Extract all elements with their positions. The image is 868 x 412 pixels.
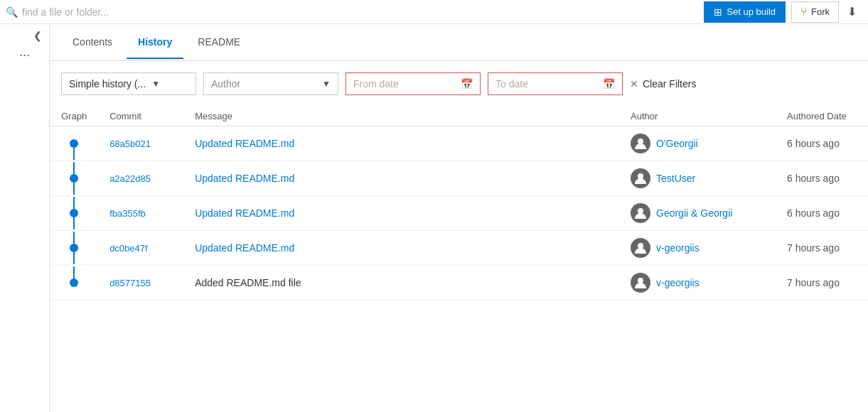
authored-date-cell: 7 hours ago: [776, 266, 868, 300]
graph-dot: [70, 174, 78, 183]
commit-message[interactable]: Updated README.md: [195, 242, 294, 254]
svg-point-4: [638, 278, 643, 283]
svg-point-0: [638, 139, 643, 144]
table-row: fba355fbUpdated README.mdGeorgii & Georg…: [50, 196, 868, 231]
table-row: dc0be47fUpdated README.mdv-georgiis7 hou…: [50, 231, 868, 266]
clear-filters-button[interactable]: ✕ Clear Filters: [630, 78, 696, 90]
tab-readme[interactable]: README: [186, 26, 252, 59]
clear-filters-label: Clear Filters: [643, 78, 696, 90]
commit-hash-link[interactable]: a2a22d85: [109, 173, 151, 184]
author-name[interactable]: v-georgiis: [656, 242, 700, 254]
sidebar: ❮ ···: [0, 24, 50, 412]
commit-message[interactable]: Updated README.md: [195, 173, 294, 184]
author-name[interactable]: Georgii & Georgii: [656, 207, 732, 219]
commit-message-cell: Updated README.md: [183, 126, 619, 161]
search-icon: 🔍: [6, 6, 18, 18]
top-bar: 🔍 find a file or folder... ⊞ Set up buil…: [0, 0, 868, 24]
clear-filters-x-icon: ✕: [630, 78, 638, 90]
download-icon: ⬇: [847, 6, 857, 18]
commit-hash-link[interactable]: dc0be47f: [109, 243, 148, 254]
setup-build-button[interactable]: ⊞ Set up build: [704, 1, 786, 23]
commit-message: Added README.md file: [195, 277, 301, 288]
author-chevron: ▼: [322, 79, 331, 89]
avatar: [631, 134, 650, 153]
author-cell: O'Georgii: [619, 126, 776, 161]
svg-point-1: [638, 173, 643, 179]
commit-hash-cell: fba355fb: [98, 196, 183, 231]
commit-message-cell: Updated README.md: [183, 161, 619, 196]
table-row: a2a22d85Updated README.mdTestUser6 hours…: [50, 161, 868, 196]
filters-row: Simple history (... ▼ Author ▼ From date…: [50, 61, 868, 107]
fork-label: Fork: [811, 6, 830, 17]
graph-cell: [50, 231, 98, 266]
tab-contents[interactable]: Contents: [61, 26, 124, 59]
setup-build-label: Set up build: [727, 6, 776, 17]
author-filter[interactable]: Author ▼: [203, 72, 338, 95]
commit-hash-cell: d8577155: [98, 266, 183, 300]
commit-hash-cell: a2a22d85: [98, 161, 183, 196]
avatar: [631, 273, 650, 293]
commit-hash-link[interactable]: fba355fb: [109, 208, 146, 219]
authored-date-cell: 6 hours ago: [776, 196, 868, 231]
to-date-calendar-icon: 📅: [603, 78, 615, 90]
history-type-chevron: ▼: [151, 79, 160, 89]
commit-message[interactable]: Updated README.md: [195, 207, 294, 219]
download-button[interactable]: ⬇: [845, 2, 859, 21]
table-header-row: Graph Commit Message Author Authored Dat…: [50, 107, 868, 126]
tab-history[interactable]: History: [127, 26, 183, 59]
commit-message-cell: Updated README.md: [183, 196, 619, 231]
svg-point-3: [638, 243, 643, 249]
author-cell: Georgii & Georgii: [619, 196, 776, 231]
commit-message-cell: Updated README.md: [183, 231, 619, 266]
sidebar-collapse-area: ❮: [0, 30, 49, 41]
author-cell: v-georgiis: [619, 231, 776, 266]
tab-bar: Contents History README: [50, 24, 868, 61]
avatar: [631, 203, 650, 223]
graph-cell: [50, 161, 98, 196]
layout: ❮ ··· Contents History README Simple his…: [0, 24, 868, 412]
history-type-filter[interactable]: Simple history (... ▼: [61, 72, 196, 95]
graph-cell: [50, 266, 98, 300]
search-area: 🔍 find a file or folder...: [0, 6, 704, 18]
col-date: Authored Date: [776, 107, 868, 126]
fork-button[interactable]: ⑂ Fork: [791, 1, 839, 23]
svg-point-2: [638, 208, 643, 214]
setup-build-icon: ⊞: [714, 6, 722, 18]
dots-icon: ···: [19, 48, 30, 62]
search-placeholder: find a file or folder...: [22, 6, 109, 18]
commit-message-cell: Added README.md file: [183, 266, 619, 300]
commit-hash-link[interactable]: d8577155: [109, 278, 151, 288]
sidebar-more-button[interactable]: ···: [19, 48, 30, 61]
sidebar-collapse-button[interactable]: ❮: [33, 30, 42, 41]
author-name[interactable]: v-georgiis: [656, 277, 700, 288]
graph-cell: [50, 126, 98, 161]
avatar: [631, 168, 650, 188]
history-type-label: Simple history (...: [69, 78, 146, 90]
graph-dot: [70, 244, 78, 252]
author-placeholder: Author: [211, 78, 240, 90]
authored-date-cell: 6 hours ago: [776, 126, 868, 161]
from-date-filter[interactable]: From date 📅: [345, 72, 481, 95]
commit-message[interactable]: Updated README.md: [195, 138, 294, 149]
commit-hash-link[interactable]: 68a5b021: [109, 139, 151, 149]
author-name[interactable]: O'Georgii: [656, 138, 698, 149]
commit-hash-cell: dc0be47f: [98, 231, 183, 266]
commit-hash-cell: 68a5b021: [98, 126, 183, 161]
col-graph: Graph: [50, 107, 98, 126]
author-name[interactable]: TestUser: [656, 173, 695, 184]
col-message: Message: [183, 107, 619, 126]
fork-icon: ⑂: [800, 6, 808, 18]
graph-dot: [70, 139, 78, 148]
avatar: [631, 238, 650, 258]
from-date-calendar-icon: 📅: [461, 78, 473, 90]
graph-dot: [70, 278, 78, 287]
to-date-filter[interactable]: To date 📅: [488, 72, 623, 95]
author-cell: v-georgiis: [619, 266, 776, 300]
authored-date-cell: 7 hours ago: [776, 231, 868, 266]
author-cell: TestUser: [619, 161, 776, 196]
collapse-icon: ❮: [33, 30, 42, 41]
col-commit: Commit: [98, 107, 183, 126]
from-date-placeholder: From date: [353, 78, 399, 90]
history-table: Graph Commit Message Author Authored Dat…: [50, 107, 868, 300]
authored-date-cell: 6 hours ago: [776, 161, 868, 196]
